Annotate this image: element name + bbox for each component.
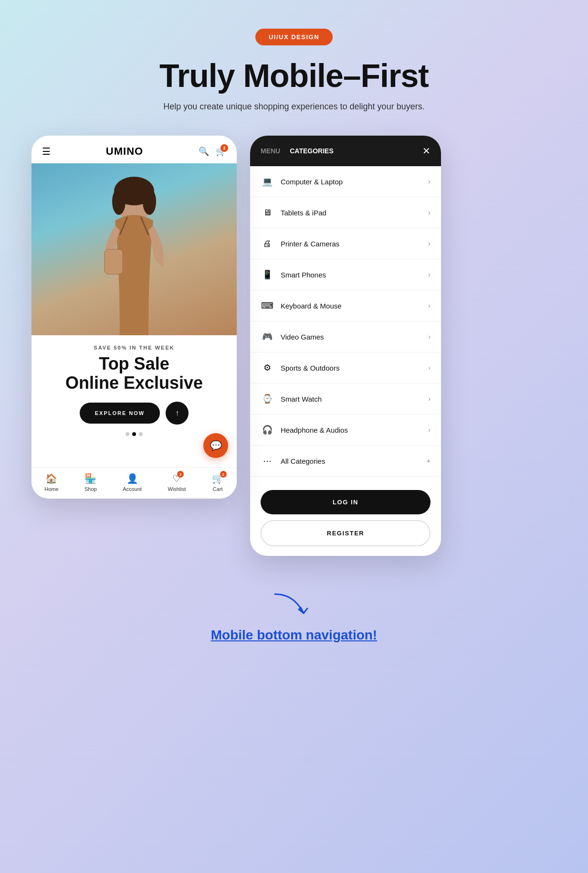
category-item[interactable]: 🖥Tablets & iPad›: [250, 197, 441, 228]
nav-label-wishlist: Wishlist: [168, 486, 186, 492]
category-list: 💻Computer & Laptop›🖥Tablets & iPad›🖨Prin…: [250, 166, 441, 477]
category-icon: 📱: [261, 268, 274, 281]
category-icon: 🎧: [261, 423, 274, 436]
category-item[interactable]: 🖨Printer & Cameras›: [250, 228, 441, 259]
category-item[interactable]: ⌚Smart Watch›: [250, 383, 441, 415]
nav-item-home[interactable]: 🏠 Home: [44, 473, 58, 492]
category-item[interactable]: 💻Computer & Laptop›: [250, 166, 441, 197]
category-item[interactable]: ⚙Sports & Outdoors›: [250, 352, 441, 383]
category-arrow-icon: ›: [428, 240, 430, 247]
login-button[interactable]: LOG IN: [261, 490, 430, 514]
annotation-arrow: [265, 589, 323, 628]
category-item[interactable]: ⌨Keyboard & Mouse›: [250, 290, 441, 321]
dot-1[interactable]: [126, 432, 129, 436]
search-icon[interactable]: 🔍: [199, 146, 209, 157]
cart-icon-wrap[interactable]: 🛒 2: [216, 146, 226, 157]
hero-buttons: EXPLORE NOW ↑: [46, 402, 222, 425]
nav-item-cart[interactable]: 🛒 2 Cart: [212, 473, 224, 492]
category-icon: ⚙: [261, 361, 274, 374]
nav-item-shop[interactable]: 🏪 Shop: [84, 473, 97, 492]
nav-label-home: Home: [44, 486, 58, 492]
hero-headline: Top Sale Online Exclusive: [46, 354, 222, 392]
wishlist-badge-wrap: ♡ 2: [172, 473, 181, 484]
up-button[interactable]: ↑: [166, 402, 189, 425]
nav-label-cart: Cart: [213, 486, 223, 492]
category-icon: 🖨: [261, 237, 274, 250]
wishlist-count: 2: [177, 471, 184, 478]
category-icon: ⌨: [261, 299, 274, 312]
badge-label: UI/UX DESIGN: [255, 29, 333, 45]
phone-header: ☰ UMINO 🔍 🛒 2: [32, 136, 237, 163]
annotation-area: Mobile bottom navigation!: [211, 589, 377, 643]
register-button[interactable]: REGISTER: [261, 520, 430, 546]
category-arrow-icon: ›: [428, 302, 430, 309]
svg-point-3: [143, 188, 156, 215]
category-arrow-icon: ›: [428, 426, 430, 434]
svg-rect-6: [105, 249, 123, 274]
categories-tab[interactable]: CATEGORIES: [290, 147, 334, 155]
hero-content: SAVE 50% IN THE WEEK Top Sale Online Exc…: [32, 335, 237, 449]
category-name: Printer & Cameras: [281, 240, 421, 248]
category-icon: 🖥: [261, 206, 274, 219]
subtitle: Help you create unique shopping experien…: [163, 102, 424, 112]
category-name: Video Games: [281, 333, 421, 341]
dot-3[interactable]: [139, 432, 143, 436]
explore-button[interactable]: EXPLORE NOW: [80, 403, 160, 424]
nav-item-wishlist[interactable]: ♡ 2 Wishlist: [168, 473, 186, 492]
cart-count: 2: [220, 144, 228, 152]
category-item[interactable]: 🎧Headphone & Audios›: [250, 415, 441, 446]
all-categories-plus-icon: +: [427, 457, 430, 465]
category-arrow-icon: ›: [428, 178, 430, 185]
category-name: Keyboard & Mouse: [281, 302, 421, 310]
dot-2[interactable]: [132, 432, 136, 436]
category-arrow-icon: ›: [428, 364, 430, 372]
brand-name: UMINO: [106, 145, 143, 158]
phone-left: ☰ UMINO 🔍 🛒 2: [32, 136, 237, 499]
category-icon: ⋯: [261, 454, 274, 468]
category-icon: ⌚: [261, 392, 274, 405]
nav-item-account[interactable]: 👤 Account: [123, 473, 142, 492]
home-icon: 🏠: [45, 473, 57, 484]
header-icons: 🔍 🛒 2: [199, 146, 226, 157]
category-name: Headphone & Audios: [281, 426, 421, 434]
category-name: Smart Watch: [281, 395, 421, 403]
hamburger-icon[interactable]: ☰: [42, 146, 51, 157]
menu-footer: LOG IN REGISTER: [250, 480, 441, 556]
category-name: Computer & Laptop: [281, 178, 421, 186]
category-item[interactable]: ⋯All Categories+: [250, 446, 441, 477]
category-arrow-icon: ›: [428, 333, 430, 341]
category-arrow-icon: ›: [428, 271, 430, 278]
category-name: All Categories: [281, 457, 420, 465]
phones-row: ☰ UMINO 🔍 🛒 2: [32, 136, 556, 556]
menu-header: MENU CATEGORIES ✕: [250, 136, 441, 166]
category-arrow-icon: ›: [428, 209, 430, 216]
nav-label-account: Account: [123, 486, 142, 492]
category-arrow-icon: ›: [428, 395, 430, 403]
close-button[interactable]: ✕: [422, 145, 430, 157]
bottom-nav: 🏠 Home 🏪 Shop 👤 Account ♡ 2 Wishlist: [32, 468, 237, 499]
category-item[interactable]: 🎮Video Games›: [250, 321, 441, 352]
cart-nav-count: 2: [220, 471, 227, 478]
category-name: Sports & Outdoors: [281, 364, 421, 372]
nav-label-shop: Shop: [84, 486, 97, 492]
category-name: Tablets & iPad: [281, 209, 421, 217]
hero-image: [32, 163, 237, 335]
shop-icon: 🏪: [84, 473, 96, 484]
svg-point-2: [112, 188, 126, 215]
phone-right: MENU CATEGORIES ✕ 💻Computer & Laptop›🖥Ta…: [250, 136, 441, 556]
save-label: SAVE 50% IN THE WEEK: [46, 345, 222, 351]
annotation-text: Mobile bottom navigation!: [211, 628, 377, 643]
hero-person-svg: [82, 173, 187, 335]
main-title: Truly Mobile–First: [159, 57, 429, 94]
carousel-dots: [46, 432, 222, 436]
category-icon: 🎮: [261, 330, 274, 343]
cart-badge-wrap: 🛒 2: [212, 473, 224, 484]
category-item[interactable]: 📱Smart Phones›: [250, 259, 441, 290]
category-icon: 💻: [261, 175, 274, 188]
chat-fab[interactable]: 💬: [203, 433, 228, 458]
account-icon: 👤: [126, 473, 138, 484]
category-name: Smart Phones: [281, 271, 421, 279]
menu-tab[interactable]: MENU: [261, 147, 280, 155]
